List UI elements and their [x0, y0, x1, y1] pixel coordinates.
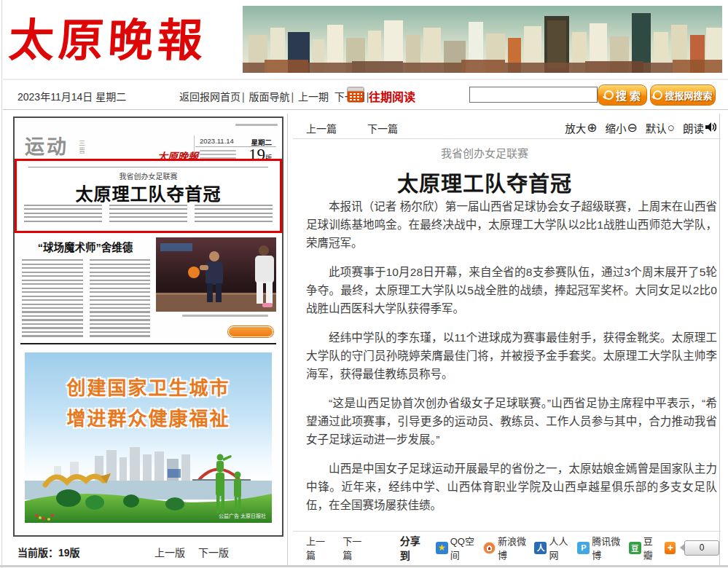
- toolbar-links: 返回报网首页| 版面导航| 上一期 下一期|: [179, 89, 370, 103]
- ad-slogan-line1: 创建国家卫生城市: [25, 373, 272, 400]
- share-qzone-label: QQ空间: [450, 534, 478, 561]
- view-controls: 放大 ⊕ 缩小 ⊖ 默认 ○ 朗读: [565, 120, 716, 135]
- article-header: 我省创办女足联赛 太原理工队夺首冠: [291, 145, 678, 197]
- thumb-second-title: “球场魔术师”舍维德: [20, 239, 150, 254]
- thumb-second-body-text: [22, 259, 150, 339]
- sina-weibo-icon: [483, 542, 496, 554]
- zoom-out-icon: ⊖: [627, 122, 637, 133]
- zoom-out-control[interactable]: 缩小 ⊖: [605, 120, 637, 135]
- douban-icon: 豆: [629, 542, 641, 554]
- basketball-photo: [156, 237, 276, 312]
- qzone-icon: ★: [436, 542, 448, 554]
- zoom-in-label: 放大: [565, 120, 586, 135]
- article-paragraph: 本报讯（记者 杨尔欣）第一届山西省足球协会女子超级联赛，上周末在山西省足球训练基…: [306, 197, 717, 252]
- zoom-in-control[interactable]: 放大 ⊕: [565, 120, 597, 135]
- share-bar: 上一篇 下一篇 分享到 ★ QQ空间 新浪微博 人 人人网 P 腾讯微博 豆 豆…: [306, 539, 719, 556]
- archive-link[interactable]: 往期阅读: [369, 87, 415, 105]
- article-kicker: 我省创办女足联赛: [291, 145, 678, 160]
- default-size-control[interactable]: 默认 ○: [646, 120, 675, 135]
- highlight-box[interactable]: 我省创办女足联赛 太原理工队夺首冠: [15, 159, 282, 233]
- search-input[interactable]: [469, 87, 598, 103]
- issue-date-label: 2023年11月14日 星期二: [17, 89, 126, 103]
- page-navigation: 上一版 下一版: [154, 545, 239, 559]
- article-footer-divider: [293, 531, 721, 532]
- share-label: 分享到: [400, 533, 427, 562]
- link-home[interactable]: 返回报网首页: [179, 91, 240, 103]
- thumb-article-rule: [28, 167, 268, 167]
- search-button-label: 搜 索: [616, 87, 641, 103]
- next-article-link[interactable]: 下一篇: [367, 123, 398, 135]
- magnifier-icon: [653, 90, 662, 100]
- tencent-weibo-icon: P: [577, 542, 590, 554]
- masthead-logo: 太原晚報: [9, 12, 235, 70]
- thumb-lead-title: 太原理工队夺首冠: [17, 180, 280, 205]
- share-douban-label: 豆瓣: [643, 534, 659, 561]
- share-count[interactable]: 0: [684, 540, 719, 556]
- share-renren-label: 人人网: [549, 534, 572, 561]
- zoom-in-icon: ⊕: [587, 122, 597, 133]
- article-body: 本报讯（记者 杨尔欣）第一届山西省足球协会女子超级联赛，上周末在山西省足球训练基…: [306, 197, 717, 525]
- prev-article-link-bottom[interactable]: 上一篇: [306, 534, 331, 561]
- thumb-date: 2023.11.14: [200, 137, 234, 145]
- speaker-icon: [705, 122, 716, 135]
- article-paragraph: “这是山西足协首次创办省级女子足球联赛。”山西省足协主席程中平表示，“希望通过此…: [306, 394, 717, 449]
- ad-scenery-illustration: [25, 440, 272, 523]
- zoom-out-label: 缩小: [605, 120, 626, 135]
- prev-page-link[interactable]: 上一版: [154, 547, 185, 559]
- thumb-section-subtitle: 三晋: [77, 140, 87, 154]
- default-size-icon: ○: [668, 122, 675, 133]
- link-separator: |: [240, 91, 246, 103]
- prev-article-link[interactable]: 上一篇: [306, 123, 337, 135]
- read-aloud-control[interactable]: 朗读: [683, 120, 716, 135]
- public-service-ad: 创建国家卫生城市 增进群众健康福祉: [25, 352, 272, 523]
- thumb-section-title: 运动: [25, 131, 69, 159]
- more-share-button[interactable]: +: [665, 542, 676, 554]
- current-page-label: 当前版：19版: [17, 545, 80, 559]
- next-article-link-bottom[interactable]: 下一篇: [343, 534, 367, 561]
- site-search-button-label: 搜报网搜索: [665, 88, 712, 102]
- thumb-hotline-text: [235, 124, 278, 126]
- article-header-divider: [293, 138, 721, 139]
- share-tencent-weibo-label: 腾讯微博: [592, 534, 623, 561]
- link-separator: |: [290, 91, 296, 103]
- ad-credit: 公益广告 太原日报社: [219, 512, 266, 519]
- thumb-lead-body-text: [24, 205, 273, 224]
- article-paragraph: 经纬中学队的李东瑾，以11个进球成为赛事最佳射手，获得金靴奖。太原理工大学队的守…: [306, 328, 717, 383]
- search-button[interactable]: 搜 索: [598, 84, 647, 106]
- calendar-icon[interactable]: [347, 86, 364, 103]
- panel-divider: [287, 114, 288, 565]
- page-thumbnail[interactable]: 运动 三晋 2023.11.14 星期二 太原晚報 19版 我省创办女足联赛 太…: [13, 117, 283, 537]
- article-paragraph: 山西是中国女子足球运动开展最早的省份之一，太原姑娘金嫣曾是国家队主力中锋。近年来…: [306, 459, 717, 514]
- epaper-page: 太原晚報: [0, 0, 728, 568]
- default-size-label: 默认: [646, 120, 667, 135]
- next-page-link[interactable]: 下一版: [198, 547, 229, 559]
- link-page-nav[interactable]: 版面导航: [249, 91, 290, 103]
- share-douban[interactable]: 豆 豆瓣: [629, 534, 659, 561]
- skyline-photo: [243, 6, 722, 73]
- article-title: 太原理工队夺首冠: [291, 167, 678, 197]
- thumb-photo-caption: [182, 315, 268, 317]
- thumb-second-article: “球场魔术师”舍维德: [20, 236, 276, 347]
- toolbar: 2023年11月14日 星期二 返回报网首页| 版面导航| 上一期 下一期| 往…: [3, 79, 728, 110]
- share-tencent-weibo[interactable]: P 腾讯微博: [577, 534, 623, 561]
- link-prev-issue[interactable]: 上一期: [298, 91, 329, 103]
- magnifier-icon: [604, 90, 614, 100]
- right-edge-divider: [719, 114, 720, 565]
- read-aloud-label: 朗读: [683, 120, 704, 135]
- ad-slogan-line2: 增进群众健康福祉: [25, 403, 272, 430]
- share-sina-weibo[interactable]: 新浪微博: [483, 534, 529, 561]
- masthead-title: 太原晚報: [7, 12, 236, 70]
- share-qzone[interactable]: ★ QQ空间: [436, 534, 478, 561]
- thumb-bottom-rule: [20, 343, 276, 344]
- page-bottom-line: [0, 565, 728, 567]
- share-sina-weibo-label: 新浪微博: [498, 534, 529, 561]
- thumb-editors-text: [200, 150, 236, 159]
- article-paragraph: 此项赛事于10月28日开幕，来自全省的8支参赛队伍，通过3个周末展开了5轮争夺。…: [306, 263, 717, 317]
- left-edge-line: [1, 0, 2, 568]
- share-renren[interactable]: 人 人人网: [534, 534, 572, 561]
- renren-icon: 人: [534, 542, 547, 554]
- article-top-nav: 上一篇 下一篇: [306, 121, 426, 135]
- site-search-button[interactable]: 搜报网搜索: [650, 84, 716, 106]
- thumb-column-badge: [228, 326, 273, 337]
